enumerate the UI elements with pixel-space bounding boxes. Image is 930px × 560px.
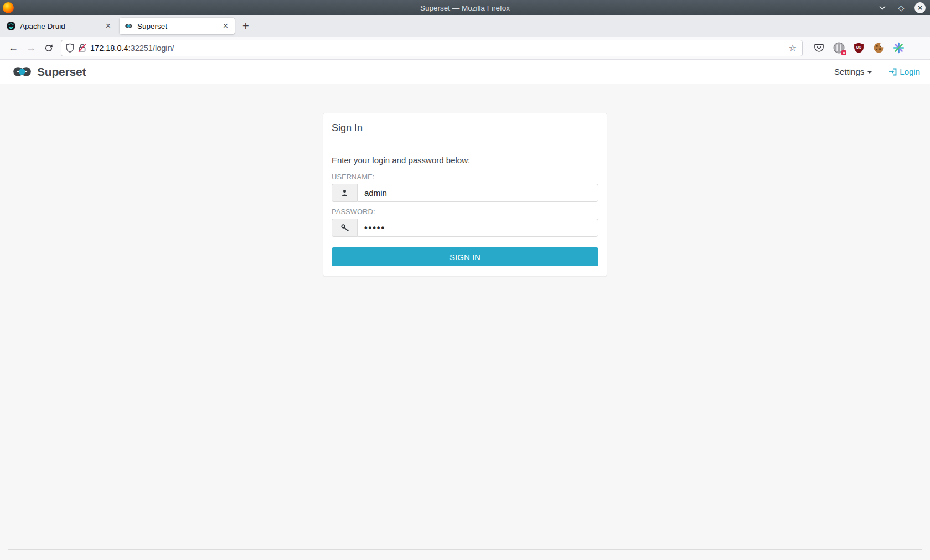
username-label: USERNAME: xyxy=(332,173,598,181)
tracking-shield-icon[interactable] xyxy=(66,43,74,53)
key-icon xyxy=(332,219,357,237)
window-controls: ◇ × xyxy=(877,2,930,13)
password-input-group xyxy=(332,219,598,237)
tab-superset[interactable]: Superset × xyxy=(120,18,235,34)
url-host: 172.18.0.4 xyxy=(90,44,128,53)
ublock-origin-icon[interactable]: UO xyxy=(852,42,865,54)
tab-close-icon[interactable]: × xyxy=(104,20,113,32)
back-button[interactable]: ← xyxy=(4,40,22,56)
window-close-button[interactable]: × xyxy=(914,2,926,13)
pocket-icon[interactable] xyxy=(813,42,825,54)
page-body: Sign In Enter your login and password be… xyxy=(0,84,930,560)
settings-menu[interactable]: Settings xyxy=(834,67,872,76)
footer-divider xyxy=(8,549,922,550)
toolbar-extensions: × UO xyxy=(808,42,926,54)
tab-apache-druid[interactable]: Apache Druid × xyxy=(2,18,117,34)
user-icon xyxy=(332,184,357,202)
extension-error-badge: × xyxy=(841,50,846,55)
login-instruction: Enter your login and password below: xyxy=(332,155,598,165)
superset-brand[interactable]: Superset xyxy=(10,64,86,79)
tab-label: Superset xyxy=(137,22,221,30)
firefox-window: Superset — Mozilla Firefox ◇ × Apache Dr… xyxy=(0,0,930,560)
chevron-down-icon xyxy=(879,6,886,10)
login-label: Login xyxy=(900,67,920,76)
browser-nav-toolbar: ← → 172.18.0.4:32251/login/ ☆ xyxy=(0,37,930,60)
settings-label: Settings xyxy=(834,67,864,76)
tab-close-icon[interactable]: × xyxy=(221,20,230,32)
insecure-lock-icon[interactable] xyxy=(78,43,87,53)
username-input-group xyxy=(332,184,598,202)
url-path: :32251/login/ xyxy=(128,44,174,53)
card-header: Sign In xyxy=(332,113,598,141)
superset-favicon-icon xyxy=(124,22,133,30)
window-title: Superset — Mozilla Firefox xyxy=(0,4,930,12)
window-minimize-button[interactable] xyxy=(877,2,888,13)
brand-name: Superset xyxy=(37,65,86,79)
forward-button[interactable]: → xyxy=(22,40,40,56)
login-link[interactable]: Login xyxy=(888,67,920,76)
window-titlebar: Superset — Mozilla Firefox ◇ × xyxy=(0,0,930,15)
username-input[interactable] xyxy=(357,184,598,202)
caret-down-icon xyxy=(867,71,872,74)
reload-icon xyxy=(44,44,53,53)
password-label: PASSWORD: xyxy=(332,208,598,216)
password-input[interactable] xyxy=(357,219,598,237)
druid-favicon-icon xyxy=(7,22,16,30)
url-text[interactable]: 172.18.0.4:32251/login/ xyxy=(90,44,788,53)
card-title: Sign In xyxy=(332,122,598,134)
superset-logo-icon xyxy=(10,64,33,79)
url-bar[interactable]: 172.18.0.4:32251/login/ ☆ xyxy=(61,40,803,56)
sign-in-icon xyxy=(888,68,897,76)
menu-hamburger-icon[interactable] xyxy=(912,42,921,54)
tab-label: Apache Druid xyxy=(20,22,104,30)
bookmark-star-icon[interactable]: ☆ xyxy=(788,43,798,53)
new-tab-button[interactable]: + xyxy=(237,20,255,32)
sign-in-card: Sign In Enter your login and password be… xyxy=(323,113,607,276)
superset-navbar: Superset Settings Login xyxy=(0,60,930,84)
browser-tab-strip: Apache Druid × Superset × + xyxy=(0,15,930,37)
navbar-right: Settings Login xyxy=(834,67,920,76)
svg-text:UO: UO xyxy=(856,45,861,49)
cookie-extension-icon[interactable] xyxy=(872,42,885,54)
privacy-extension-icon[interactable]: × xyxy=(833,42,845,54)
reload-button[interactable] xyxy=(40,40,58,56)
card-body: Enter your login and password below: USE… xyxy=(323,141,607,276)
sign-in-button[interactable]: SIGN IN xyxy=(332,247,598,266)
window-maximize-button[interactable]: ◇ xyxy=(896,2,907,13)
asterisk-extension-icon[interactable] xyxy=(892,42,905,54)
